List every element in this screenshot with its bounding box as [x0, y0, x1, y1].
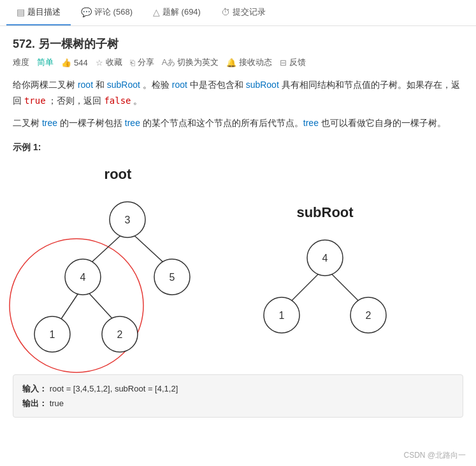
problem-title: 572. 另一棵树的子树 [13, 36, 463, 52]
star-icon: ☆ [96, 58, 103, 67]
switch-icon: Aあ [162, 57, 176, 68]
node-1-label: 1 [50, 328, 55, 339]
node-3-label: 3 [125, 214, 131, 225]
difficulty-label: 难度 [13, 57, 29, 68]
switch-lang-item[interactable]: Aあ 切换为英文 [162, 57, 219, 68]
notification-item[interactable]: 🔔 接收动态 [226, 57, 272, 68]
submission-icon: ⏱ [221, 7, 230, 17]
sub-node-4-label: 4 [322, 252, 328, 263]
highlight-subroot2: subRoot [246, 80, 279, 90]
bell-icon: 🔔 [226, 58, 236, 67]
collect-item[interactable]: ☆ 收藏 [96, 57, 122, 68]
keyword-tree1: tree [42, 118, 57, 128]
sub-node-1-label: 1 [279, 309, 285, 320]
tab-submissions[interactable]: ⏱ 提交记录 [211, 0, 276, 25]
subroot-tree-svg: 4 1 2 [255, 226, 395, 353]
tab-bar: ▤ 题目描述 💬 评论 (568) △ 题解 (694) ⏱ 提交记录 [0, 0, 476, 26]
tree-diagram: root 3 4 5 1 [13, 160, 463, 368]
description-para2: 二叉树 tree 的一棵子树包括 tree 的某个节点和这个节点的所有后代节点。… [13, 115, 463, 131]
highlight-root: root [78, 80, 93, 90]
node-4-label: 4 [80, 271, 86, 282]
tab-description[interactable]: ▤ 题目描述 [6, 0, 71, 25]
feedback-item[interactable]: ⊟ 反馈 [280, 57, 306, 68]
subroot-tree-section: subRoot 4 1 2 [255, 204, 395, 355]
tab-solutions[interactable]: △ 题解 (694) [143, 0, 211, 25]
feedback-icon: ⊟ [280, 58, 287, 67]
sub-node-2-label: 2 [366, 309, 371, 320]
output-line: 输出： true [22, 396, 454, 411]
solution-icon: △ [153, 7, 160, 17]
highlight-subroot: subRoot [107, 80, 140, 90]
main-content: 572. 另一棵树的子树 难度 简单 👍 544 ☆ 收藏 ⎗ 分享 Aあ 切换… [0, 26, 476, 434]
highlight-circle [10, 239, 143, 372]
input-line: 输入： root = [3,4,5,1,2], subRoot = [4,1,2… [22, 381, 454, 396]
tab-comments[interactable]: 💬 评论 (568) [71, 0, 143, 25]
share-icon: ⎗ [130, 58, 135, 67]
difficulty-value: 简单 [37, 57, 54, 68]
highlight-root2: root [172, 80, 187, 90]
footer-text: CSDN @北路向一 [403, 450, 466, 461]
keyword-tree3: tree [303, 118, 319, 128]
description-icon: ▤ [17, 7, 25, 17]
comment-icon: 💬 [81, 7, 92, 17]
root-tree-section: root 3 4 5 1 [25, 166, 210, 362]
likes-item: 👍 544 [61, 58, 88, 67]
root-tree-svg: 3 4 5 1 2 [25, 188, 210, 360]
description-para1: 给你两棵二叉树 root 和 subRoot 。检验 root 中是否包含和 s… [13, 77, 463, 109]
subroot-tree-label: subRoot [255, 204, 395, 221]
code-true: true [24, 95, 46, 106]
keyword-tree2: tree [125, 118, 140, 128]
example-title: 示例 1: [13, 142, 463, 153]
root-tree-label: root [25, 166, 210, 183]
io-box: 输入： root = [3,4,5,1,2], subRoot = [4,1,2… [13, 374, 463, 418]
node-5-label: 5 [169, 271, 175, 282]
meta-row: 难度 简单 👍 544 ☆ 收藏 ⎗ 分享 Aあ 切换为英文 🔔 接收动态 ⊟ … [13, 57, 463, 68]
share-item[interactable]: ⎗ 分享 [130, 57, 154, 68]
thumbs-up-icon: 👍 [61, 58, 71, 67]
code-false: false [104, 95, 131, 106]
node-2-label: 2 [117, 328, 123, 339]
